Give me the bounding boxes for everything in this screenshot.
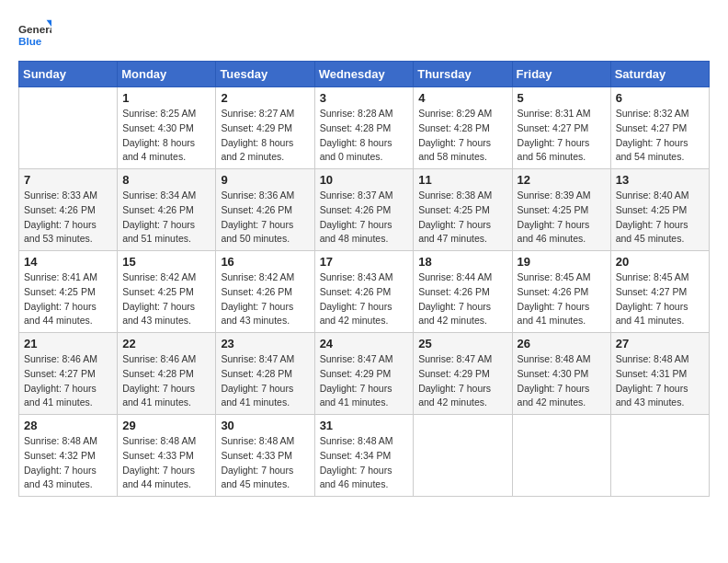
weekday-header-tuesday: Tuesday [216, 62, 314, 87]
day-number: 28 [24, 419, 112, 432]
calendar-cell: 26Sunrise: 8:48 AMSunset: 4:30 PMDayligh… [512, 333, 610, 415]
day-number: 10 [320, 173, 409, 187]
day-info: Sunrise: 8:48 AMSunset: 4:33 PMDaylight:… [221, 434, 309, 492]
calendar-cell: 31Sunrise: 8:48 AMSunset: 4:34 PMDayligh… [314, 415, 414, 497]
calendar-cell: 29Sunrise: 8:48 AMSunset: 4:33 PMDayligh… [118, 415, 216, 497]
day-number: 23 [221, 337, 309, 350]
svg-text:Blue: Blue [18, 35, 42, 47]
day-info: Sunrise: 8:36 AMSunset: 4:26 PMDaylight:… [221, 189, 309, 247]
day-info: Sunrise: 8:28 AMSunset: 4:28 PMDaylight:… [320, 107, 409, 165]
calendar-cell: 30Sunrise: 8:48 AMSunset: 4:33 PMDayligh… [216, 415, 314, 497]
calendar-cell [610, 415, 709, 497]
header-area: General Blue [18, 18, 710, 52]
day-info: Sunrise: 8:45 AMSunset: 4:26 PMDaylight:… [518, 270, 606, 328]
calendar-cell: 5Sunrise: 8:31 AMSunset: 4:27 PMDaylight… [512, 87, 610, 169]
day-number: 19 [518, 255, 606, 269]
calendar-cell: 11Sunrise: 8:38 AMSunset: 4:25 PMDayligh… [414, 169, 512, 251]
day-info: Sunrise: 8:47 AMSunset: 4:28 PMDaylight:… [221, 352, 309, 410]
day-number: 21 [24, 337, 112, 350]
day-info: Sunrise: 8:42 AMSunset: 4:26 PMDaylight:… [221, 270, 309, 328]
day-number: 6 [616, 91, 704, 105]
calendar-cell: 24Sunrise: 8:47 AMSunset: 4:29 PMDayligh… [314, 333, 414, 415]
day-info: Sunrise: 8:48 AMSunset: 4:33 PMDaylight:… [122, 434, 210, 492]
day-info: Sunrise: 8:33 AMSunset: 4:26 PMDaylight:… [24, 189, 112, 247]
day-info: Sunrise: 8:44 AMSunset: 4:26 PMDaylight:… [418, 270, 506, 328]
day-info: Sunrise: 8:48 AMSunset: 4:34 PMDaylight:… [320, 434, 409, 492]
weekday-header-wednesday: Wednesday [314, 62, 414, 87]
weekday-header-saturday: Saturday [610, 62, 709, 87]
calendar-cell: 22Sunrise: 8:46 AMSunset: 4:28 PMDayligh… [118, 333, 216, 415]
day-info: Sunrise: 8:32 AMSunset: 4:27 PMDaylight:… [616, 107, 704, 165]
calendar-cell: 6Sunrise: 8:32 AMSunset: 4:27 PMDaylight… [610, 87, 709, 169]
day-number: 7 [24, 173, 112, 187]
weekday-header-friday: Friday [512, 62, 610, 87]
day-info: Sunrise: 8:27 AMSunset: 4:29 PMDaylight:… [221, 107, 309, 165]
calendar-cell: 10Sunrise: 8:37 AMSunset: 4:26 PMDayligh… [314, 169, 414, 251]
weekday-header-sunday: Sunday [19, 62, 118, 87]
calendar-cell: 23Sunrise: 8:47 AMSunset: 4:28 PMDayligh… [216, 333, 314, 415]
day-number: 12 [518, 173, 606, 187]
day-number: 1 [122, 91, 210, 105]
day-info: Sunrise: 8:41 AMSunset: 4:25 PMDaylight:… [24, 270, 112, 328]
day-number: 16 [221, 255, 309, 269]
calendar-cell: 8Sunrise: 8:34 AMSunset: 4:26 PMDaylight… [118, 169, 216, 251]
day-number: 11 [418, 173, 506, 187]
day-number: 24 [320, 337, 409, 350]
day-number: 31 [320, 419, 409, 432]
calendar-cell: 13Sunrise: 8:40 AMSunset: 4:25 PMDayligh… [610, 169, 709, 251]
calendar-cell: 17Sunrise: 8:43 AMSunset: 4:26 PMDayligh… [314, 251, 414, 333]
day-number: 8 [122, 173, 210, 187]
calendar-cell: 18Sunrise: 8:44 AMSunset: 4:26 PMDayligh… [414, 251, 512, 333]
day-info: Sunrise: 8:43 AMSunset: 4:26 PMDaylight:… [320, 270, 409, 328]
day-number: 15 [122, 255, 210, 269]
day-info: Sunrise: 8:29 AMSunset: 4:28 PMDaylight:… [418, 107, 506, 165]
day-number: 20 [616, 255, 704, 269]
calendar-cell: 9Sunrise: 8:36 AMSunset: 4:26 PMDaylight… [216, 169, 314, 251]
day-info: Sunrise: 8:47 AMSunset: 4:29 PMDaylight:… [320, 352, 409, 410]
day-number: 27 [616, 337, 704, 350]
weekday-header-thursday: Thursday [414, 62, 512, 87]
day-number: 5 [518, 91, 606, 105]
day-info: Sunrise: 8:48 AMSunset: 4:30 PMDaylight:… [518, 352, 606, 410]
calendar-cell: 28Sunrise: 8:48 AMSunset: 4:32 PMDayligh… [19, 415, 118, 497]
calendar-table: SundayMondayTuesdayWednesdayThursdayFrid… [18, 61, 710, 497]
day-info: Sunrise: 8:45 AMSunset: 4:27 PMDaylight:… [616, 270, 704, 328]
day-number: 2 [221, 91, 309, 105]
weekday-header-monday: Monday [118, 62, 216, 87]
day-number: 3 [320, 91, 409, 105]
day-number: 9 [221, 173, 309, 187]
day-number: 22 [122, 337, 210, 350]
calendar-cell [19, 87, 118, 169]
day-number: 30 [221, 419, 309, 432]
calendar-cell: 12Sunrise: 8:39 AMSunset: 4:25 PMDayligh… [512, 169, 610, 251]
day-info: Sunrise: 8:40 AMSunset: 4:25 PMDaylight:… [616, 189, 704, 247]
day-number: 17 [320, 255, 409, 269]
calendar-cell: 16Sunrise: 8:42 AMSunset: 4:26 PMDayligh… [216, 251, 314, 333]
calendar-cell: 15Sunrise: 8:42 AMSunset: 4:25 PMDayligh… [118, 251, 216, 333]
day-number: 25 [418, 337, 506, 350]
day-number: 26 [518, 337, 606, 350]
calendar-cell: 7Sunrise: 8:33 AMSunset: 4:26 PMDaylight… [19, 169, 118, 251]
day-info: Sunrise: 8:46 AMSunset: 4:27 PMDaylight:… [24, 352, 112, 410]
day-info: Sunrise: 8:48 AMSunset: 4:31 PMDaylight:… [616, 352, 704, 410]
day-number: 13 [616, 173, 704, 187]
day-number: 18 [418, 255, 506, 269]
day-info: Sunrise: 8:42 AMSunset: 4:25 PMDaylight:… [122, 270, 210, 328]
svg-text:General: General [18, 23, 51, 35]
calendar-cell: 19Sunrise: 8:45 AMSunset: 4:26 PMDayligh… [512, 251, 610, 333]
calendar-cell [414, 415, 512, 497]
calendar-cell [512, 415, 610, 497]
day-info: Sunrise: 8:47 AMSunset: 4:29 PMDaylight:… [418, 352, 506, 410]
calendar-cell: 20Sunrise: 8:45 AMSunset: 4:27 PMDayligh… [610, 251, 709, 333]
calendar-cell: 2Sunrise: 8:27 AMSunset: 4:29 PMDaylight… [216, 87, 314, 169]
day-info: Sunrise: 8:48 AMSunset: 4:32 PMDaylight:… [24, 434, 112, 492]
day-info: Sunrise: 8:38 AMSunset: 4:25 PMDaylight:… [418, 189, 506, 247]
day-number: 4 [418, 91, 506, 105]
day-info: Sunrise: 8:34 AMSunset: 4:26 PMDaylight:… [122, 189, 210, 247]
day-number: 14 [24, 255, 112, 269]
day-info: Sunrise: 8:46 AMSunset: 4:28 PMDaylight:… [122, 352, 210, 410]
logo: General Blue [18, 18, 51, 52]
calendar-cell: 25Sunrise: 8:47 AMSunset: 4:29 PMDayligh… [414, 333, 512, 415]
calendar-cell: 3Sunrise: 8:28 AMSunset: 4:28 PMDaylight… [314, 87, 414, 169]
day-info: Sunrise: 8:37 AMSunset: 4:26 PMDaylight:… [320, 189, 409, 247]
